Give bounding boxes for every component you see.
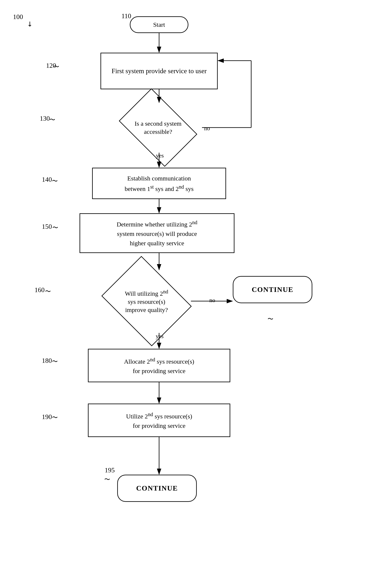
wavy-130: 〜	[49, 116, 55, 124]
wavy-195: 〜	[104, 475, 110, 483]
ref-130-label: 130	[40, 114, 50, 122]
node-140: Establish communicationbetween 1st sys a…	[92, 168, 226, 199]
node-120: First system provide service to user	[101, 53, 218, 89]
node-160-container: Will utilizing 2ndsys resource(s)improve…	[102, 270, 191, 333]
flowchart-diagram: 100 ↘ 110 Start 120 First system provide…	[0, 0, 368, 588]
label-no-130: no	[204, 125, 210, 132]
node-140-text: Establish communicationbetween 1st sys a…	[121, 172, 197, 195]
node-start: Start	[130, 16, 188, 33]
wavy-150: 〜	[52, 224, 58, 232]
node-195: CONTINUE	[117, 475, 197, 502]
node-130-text: Is a second system accessible?	[133, 119, 183, 136]
wavy-190: 〜	[52, 414, 58, 421]
node-180-text: Allocate 2nd sys resource(s)for providin…	[124, 356, 194, 376]
node-180: Allocate 2nd sys resource(s)for providin…	[88, 349, 230, 382]
wavy-160: 〜	[45, 288, 51, 296]
node-150-text: Determine whether utilizing 2ndsystem re…	[112, 217, 202, 249]
wavy-120: 〜	[53, 63, 59, 71]
wavy-180: 〜	[52, 358, 58, 366]
node-150: Determine whether utilizing 2ndsystem re…	[80, 213, 234, 253]
ref-190-label: 190	[42, 413, 52, 421]
node-160-text: Will utilizing 2ndsys resource(s)improve…	[119, 288, 174, 314]
node-170: CONTINUE	[233, 276, 312, 303]
label-no-160: no	[209, 297, 215, 304]
label-yes-160: yes	[156, 333, 164, 340]
ref-100-arrow: ↘	[25, 19, 35, 29]
wavy-140: 〜	[52, 177, 58, 185]
wavy-170: 〜	[267, 315, 273, 323]
ref-100: 100	[13, 13, 23, 21]
ref-140-label: 140	[42, 176, 52, 183]
ref-180-label: 180	[42, 357, 52, 364]
ref-150-label: 150	[42, 223, 52, 230]
node-190-text: Utilize 2nd sys resource(s)for providing…	[126, 411, 192, 430]
label-yes-130: yes	[156, 152, 164, 159]
ref-110-label: 110	[121, 12, 131, 20]
ref-160-label: 160	[35, 286, 45, 294]
ref-195-label: 195	[105, 466, 115, 474]
node-130-container: Is a second system accessible?	[117, 103, 199, 153]
node-190: Utilize 2nd sys resource(s)for providing…	[88, 404, 230, 437]
